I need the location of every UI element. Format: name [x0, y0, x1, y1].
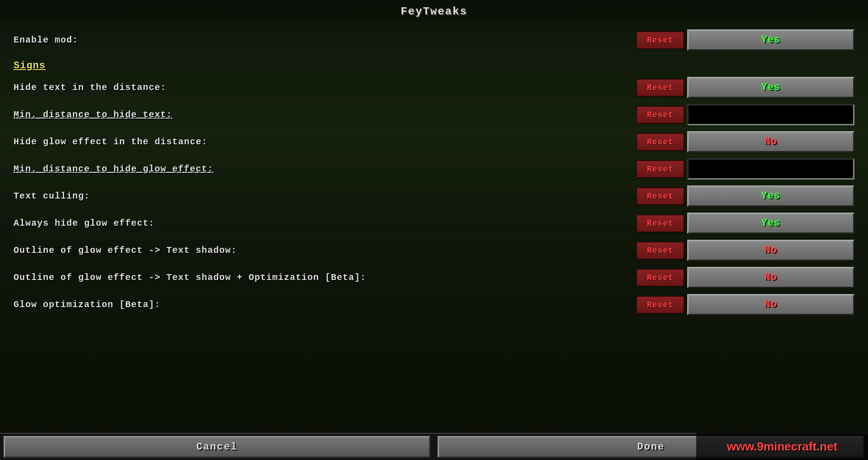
input-min-distance-glow[interactable]: 5.0 — [687, 158, 854, 180]
reset-always-hide-glow[interactable]: Reset — [636, 214, 684, 232]
setting-row-always-hide-glow: Always hide glow effect: Reset Yes — [14, 210, 854, 237]
controls-glow-optimization-beta: Reset No — [628, 294, 854, 315]
label-hide-text-distance: Hide text in the distance: — [14, 82, 628, 93]
label-hide-glow-distance: Hide glow effect in the distance: — [14, 137, 628, 147]
setting-row-hide-text-distance: Hide text in the distance: Reset Yes — [14, 74, 854, 101]
reset-outline-glow-shadow-beta[interactable]: Reset — [636, 269, 684, 287]
controls-min-distance-text: Reset 5.0 — [628, 104, 854, 125]
reset-outline-glow-shadow[interactable]: Reset — [636, 242, 684, 260]
section-signs-header: Signs — [14, 54, 854, 74]
controls-outline-glow-shadow: Reset No — [628, 240, 854, 261]
watermark: www.9minecraft.net — [696, 433, 868, 460]
setting-row-outline-glow-shadow-beta: Outline of glow effect -> Text shadow + … — [14, 264, 854, 291]
label-always-hide-glow: Always hide glow effect: — [14, 218, 628, 228]
watermark-text: www.9minecraft.net — [727, 440, 838, 454]
label-min-distance-text: Min. distance to hide text: — [14, 109, 628, 120]
reset-glow-optimization-beta[interactable]: Reset — [636, 296, 684, 314]
label-text-culling: Text culling: — [14, 191, 628, 201]
modal-title: FeyTweaks — [401, 5, 467, 18]
reset-min-distance-glow[interactable]: Reset — [636, 160, 684, 178]
setting-row-min-distance-glow: Min. distance to hide glow effect: Reset… — [14, 156, 854, 183]
label-outline-glow-shadow: Outline of glow effect -> Text shadow: — [14, 245, 628, 256]
controls-hide-glow-distance: Reset No — [628, 131, 854, 152]
value-enable-mod[interactable]: Yes — [687, 29, 854, 51]
input-min-distance-text[interactable]: 5.0 — [687, 104, 854, 125]
settings-modal: FeyTweaks Enable mod: Reset Yes Signs Hi… — [0, 0, 868, 433]
reset-enable-mod[interactable]: Reset — [636, 31, 684, 49]
controls-min-distance-glow: Reset 5.0 — [628, 158, 854, 180]
value-glow-optimization-beta[interactable]: No — [687, 294, 854, 315]
setting-row-enable-mod: Enable mod: Reset Yes — [14, 27, 854, 54]
setting-row-hide-glow-distance: Hide glow effect in the distance: Reset … — [14, 128, 854, 156]
controls-always-hide-glow: Reset Yes — [628, 213, 854, 234]
content-area: Enable mod: Reset Yes Signs Hide text in… — [0, 22, 868, 433]
value-hide-text-distance[interactable]: Yes — [687, 77, 854, 98]
label-min-distance-glow: Min. distance to hide glow effect: — [14, 164, 628, 174]
value-always-hide-glow[interactable]: Yes — [687, 213, 854, 234]
bottom-bar: Cancel Done www.9minecraft.net — [0, 433, 868, 460]
value-outline-glow-shadow[interactable]: No — [687, 240, 854, 261]
label-enable-mod: Enable mod: — [14, 35, 628, 45]
reset-hide-text-distance[interactable]: Reset — [636, 79, 684, 97]
controls-text-culling: Reset Yes — [628, 185, 854, 207]
setting-row-min-distance-text: Min. distance to hide text: Reset 5.0 — [14, 101, 854, 128]
setting-row-text-culling: Text culling: Reset Yes — [14, 183, 854, 210]
controls-enable-mod: Reset Yes — [628, 29, 854, 51]
label-outline-glow-shadow-beta: Outline of glow effect -> Text shadow + … — [14, 272, 628, 283]
value-hide-glow-distance[interactable]: No — [687, 131, 854, 152]
value-text-culling[interactable]: Yes — [687, 185, 854, 207]
value-outline-glow-shadow-beta[interactable]: No — [687, 267, 854, 288]
setting-row-outline-glow-shadow: Outline of glow effect -> Text shadow: R… — [14, 237, 854, 264]
controls-outline-glow-shadow-beta: Reset No — [628, 267, 854, 288]
reset-hide-glow-distance[interactable]: Reset — [636, 133, 684, 151]
controls-hide-text-distance: Reset Yes — [628, 77, 854, 98]
cancel-button[interactable]: Cancel — [4, 436, 430, 458]
label-glow-optimization-beta: Glow optimization [Beta]: — [14, 299, 628, 310]
reset-min-distance-text[interactable]: Reset — [636, 106, 684, 124]
setting-row-glow-optimization-beta: Glow optimization [Beta]: Reset No — [14, 291, 854, 318]
reset-text-culling[interactable]: Reset — [636, 187, 684, 205]
title-bar: FeyTweaks — [0, 0, 868, 22]
section-signs-title: Signs — [14, 60, 46, 71]
